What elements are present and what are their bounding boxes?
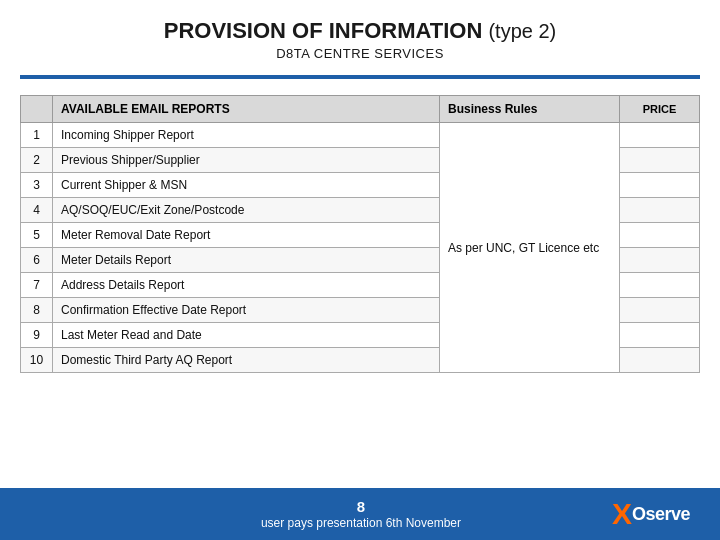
- sub-title: D8TA CENTRE SERVICES: [20, 46, 700, 61]
- row-price: [620, 223, 700, 248]
- row-num: 6: [21, 248, 53, 273]
- col-reports: AVAILABLE EMAIL REPORTS: [53, 96, 440, 123]
- row-num: 7: [21, 273, 53, 298]
- table-row: 1 Incoming Shipper Report As per UNC, GT…: [21, 123, 700, 148]
- row-num: 1: [21, 123, 53, 148]
- table-wrapper: AVAILABLE EMAIL REPORTS Business Rules P…: [0, 87, 720, 488]
- type-label: (type 2): [488, 20, 556, 42]
- row-report: AQ/SOQ/EUC/Exit Zone/Postcode: [53, 198, 440, 223]
- row-price: [620, 123, 700, 148]
- col-price: PRICE: [620, 96, 700, 123]
- row-report: Domestic Third Party AQ Report: [53, 348, 440, 373]
- divider: [20, 75, 700, 79]
- reports-table: AVAILABLE EMAIL REPORTS Business Rules P…: [20, 95, 700, 373]
- row-report: Last Meter Read and Date: [53, 323, 440, 348]
- row-price: [620, 298, 700, 323]
- row-report: Current Shipper & MSN: [53, 173, 440, 198]
- row-price: [620, 148, 700, 173]
- header: PROVISION OF INFORMATION (type 2) D8TA C…: [0, 0, 720, 67]
- row-price: [620, 273, 700, 298]
- footer-page-number: 8: [357, 498, 365, 516]
- row-price: [620, 248, 700, 273]
- row-num: 4: [21, 198, 53, 223]
- row-report: Confirmation Effective Date Report: [53, 298, 440, 323]
- row-num: 3: [21, 173, 53, 198]
- logo-x: X: [612, 499, 632, 529]
- row-report: Previous Shipper/Supplier: [53, 148, 440, 173]
- footer-text: user pays presentation 6th November: [261, 516, 461, 530]
- logo-text: Oserve: [632, 504, 690, 525]
- footer: 8 user pays presentation 6th November X …: [0, 488, 720, 540]
- row-num: 5: [21, 223, 53, 248]
- business-rules-cell: As per UNC, GT Licence etc: [440, 123, 620, 373]
- row-price: [620, 198, 700, 223]
- xoserve-logo: X Oserve: [612, 499, 690, 529]
- main-title: PROVISION OF INFORMATION (type 2): [20, 18, 700, 44]
- row-price: [620, 173, 700, 198]
- row-num: 8: [21, 298, 53, 323]
- row-report: Address Details Report: [53, 273, 440, 298]
- page-container: PROVISION OF INFORMATION (type 2) D8TA C…: [0, 0, 720, 540]
- footer-center: 8 user pays presentation 6th November: [110, 498, 612, 530]
- row-num: 10: [21, 348, 53, 373]
- col-business-rules: Business Rules: [440, 96, 620, 123]
- row-num: 9: [21, 323, 53, 348]
- table-header-row: AVAILABLE EMAIL REPORTS Business Rules P…: [21, 96, 700, 123]
- row-report: Meter Details Report: [53, 248, 440, 273]
- title-text: PROVISION OF INFORMATION: [164, 18, 483, 43]
- row-price: [620, 348, 700, 373]
- row-report: Meter Removal Date Report: [53, 223, 440, 248]
- row-num: 2: [21, 148, 53, 173]
- row-price: [620, 323, 700, 348]
- row-report: Incoming Shipper Report: [53, 123, 440, 148]
- col-num: [21, 96, 53, 123]
